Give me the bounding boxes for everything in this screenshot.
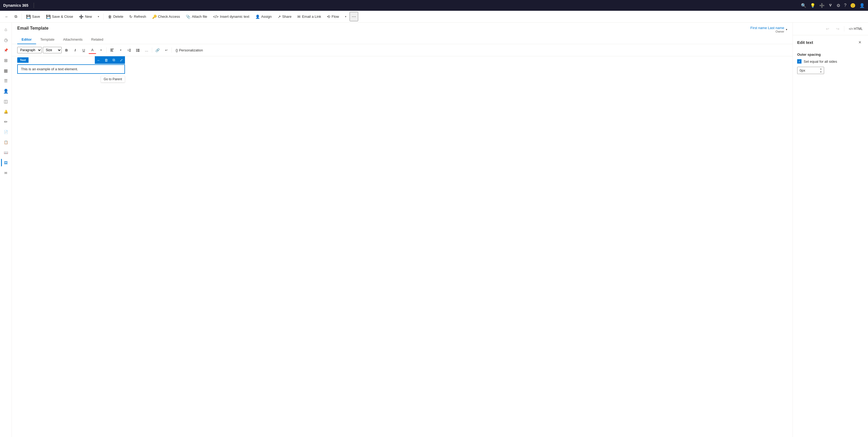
tab-related[interactable]: Related	[87, 35, 108, 44]
size-select[interactable]: Size	[43, 47, 62, 53]
new-chevron-icon: ▾	[98, 15, 99, 18]
sidebar-item-contacts[interactable]: 👤	[1, 86, 11, 96]
settings-icon[interactable]: ⚙	[836, 3, 840, 8]
tab-attachments[interactable]: Attachments	[59, 35, 87, 44]
dynamic-text-icon: </>	[213, 14, 218, 19]
owner-name[interactable]: First name Last name	[750, 26, 784, 30]
unordered-list-button[interactable]	[134, 46, 142, 54]
save-close-button[interactable]: 💾 Save & Close	[43, 13, 76, 21]
owner-section: First name Last name Owner ▾	[750, 26, 787, 33]
help-icon[interactable]: ?	[844, 3, 846, 8]
sidebar-item-leads[interactable]: ◫	[1, 96, 11, 106]
personalization-button[interactable]: {} Personalization	[174, 47, 205, 53]
email-link-icon: ✉	[297, 14, 301, 19]
align-chevron[interactable]: ▾	[117, 46, 124, 54]
cmd-separator-2	[103, 13, 104, 20]
underline-button[interactable]: U	[80, 46, 88, 54]
email-link-button[interactable]: ✉ Email a Link	[294, 13, 324, 21]
top-navigation: Dynamics 365 🔍 💡 ➕ ⛛ ⚙ ? 🙂 👤	[0, 0, 868, 11]
sidebar-item-books[interactable]: 📖	[1, 148, 11, 157]
go-to-parent-tooltip[interactable]: Go to Parent	[101, 76, 125, 83]
undo-panel-btn: ↩	[824, 25, 832, 33]
set-equal-checkbox[interactable]: ✓	[797, 59, 802, 64]
notification-icon[interactable]: 💡	[810, 3, 815, 8]
sidebar-item-reports[interactable]: 📋	[1, 137, 11, 147]
sidebar-item-opportunities[interactable]: 🔔	[1, 106, 11, 116]
record-title: Email Template	[17, 26, 49, 31]
sidebar-item-apps[interactable]: ⊞	[1, 56, 11, 65]
text-block-delete-btn[interactable]: 🗑	[102, 56, 110, 64]
text-block[interactable]: This is an example of a text element.	[17, 64, 125, 74]
tab-editor[interactable]: Editor	[17, 35, 36, 44]
svg-rect-11	[137, 50, 140, 51]
share-icon: ↗	[278, 14, 281, 19]
ordered-list-button[interactable]: 1.	[125, 46, 133, 54]
back-button[interactable]: ←	[2, 13, 11, 21]
svg-rect-5	[129, 50, 131, 51]
command-bar: ← ⧉ 💾 Save 💾 Save & Close ➕ New ▾ 🗑 Dele…	[0, 11, 868, 23]
checkbox-row: ✓ Set equal for all sides	[797, 59, 864, 64]
sidebar-item-send[interactable]: ✉	[1, 168, 11, 178]
sidebar-item-chart[interactable]: ▦	[1, 66, 11, 75]
svg-rect-0	[111, 49, 114, 49]
svg-point-9	[136, 51, 137, 52]
search-icon[interactable]: 🔍	[801, 3, 806, 8]
sidebar-item-documents[interactable]: 📄	[1, 127, 11, 137]
panel-separator	[844, 26, 844, 31]
assign-button[interactable]: 👤 Assign	[253, 13, 274, 21]
flow-chevron-button[interactable]: ▾	[342, 13, 349, 20]
save-close-icon: 💾	[46, 14, 51, 19]
insert-dynamic-button[interactable]: </> Insert dynamic text	[210, 13, 252, 21]
undo-button[interactable]: ↩	[162, 46, 170, 54]
sidebar-item-templates[interactable]: 🖼	[1, 158, 11, 167]
attach-file-button[interactable]: 📎 Attach file	[183, 13, 210, 21]
emoji-icon[interactable]: 🙂	[850, 3, 856, 8]
new-chevron-button[interactable]: ▾	[95, 13, 102, 20]
paragraph-select[interactable]: Paragraph	[17, 47, 42, 53]
toolbar-sep-1	[106, 48, 107, 53]
bold-button[interactable]: B	[63, 46, 70, 54]
add-icon[interactable]: ➕	[819, 3, 825, 8]
tabs-bar: Editor Template Attachments Related	[12, 33, 793, 44]
align-button[interactable]	[108, 46, 116, 54]
delete-button[interactable]: 🗑 Delete	[105, 13, 126, 21]
user-icon[interactable]: 👤	[859, 3, 865, 8]
share-button[interactable]: ↗ Share	[275, 13, 294, 21]
flow-button[interactable]: ⟲ Flow	[324, 13, 341, 21]
spacing-spinners: ▲ ▼	[818, 67, 824, 74]
text-block-move-btn[interactable]: ⤢	[117, 56, 125, 64]
assign-icon: 👤	[255, 14, 260, 19]
refresh-button[interactable]: ↻ Refresh	[127, 13, 149, 21]
new-button[interactable]: ➕ New	[76, 13, 95, 21]
spinner-up-btn[interactable]: ▲	[818, 67, 824, 70]
tab-template[interactable]: Template	[36, 35, 59, 44]
save-button[interactable]: 💾 Save	[24, 13, 43, 21]
redo-panel-btn: ↪	[834, 25, 842, 33]
owner-chevron-icon[interactable]: ▾	[786, 28, 787, 31]
html-button[interactable]: </> HTML	[846, 26, 865, 32]
main-layout: ⌂ ◷ 📌 ⊞ ▦ ☰ 👤 ◫ 🔔 ✏ 📄 📋 📖 🖼 ✉ Email Temp…	[0, 23, 868, 437]
spinner-down-btn[interactable]: ▼	[818, 70, 824, 74]
more-toolbar-button[interactable]: …	[143, 46, 150, 54]
popout-icon: ⧉	[14, 14, 17, 19]
sidebar-item-recent[interactable]: ◷	[1, 35, 11, 45]
attach-icon: 📎	[186, 14, 190, 19]
font-color-chevron[interactable]: ▾	[97, 46, 105, 54]
link-button[interactable]: 🔗	[154, 46, 161, 54]
sidebar-item-pin[interactable]: 📌	[1, 45, 11, 55]
filter-icon[interactable]: ⛛	[829, 3, 833, 8]
panel-close-button[interactable]: ✕	[856, 38, 864, 46]
popout-button[interactable]: ⧉	[12, 13, 20, 21]
svg-rect-12	[137, 51, 140, 52]
italic-button[interactable]: I	[71, 46, 79, 54]
font-color-button[interactable]: A	[89, 46, 96, 54]
text-block-back-btn[interactable]: ←	[95, 56, 102, 64]
check-access-button[interactable]: 🔑 Check Access	[150, 13, 183, 21]
text-block-copy-btn[interactable]: ⧉	[110, 56, 117, 64]
sidebar-item-notes[interactable]: ✏	[1, 117, 11, 127]
svg-rect-6	[129, 51, 131, 52]
sidebar-item-activities[interactable]: ☰	[1, 76, 11, 86]
sidebar-item-home[interactable]: ⌂	[1, 25, 11, 34]
text-block-wrapper: Text ← 🗑 ⧉ ⤢ This is an example of a tex…	[17, 64, 125, 74]
more-options-button[interactable]: ⋯	[349, 12, 358, 21]
